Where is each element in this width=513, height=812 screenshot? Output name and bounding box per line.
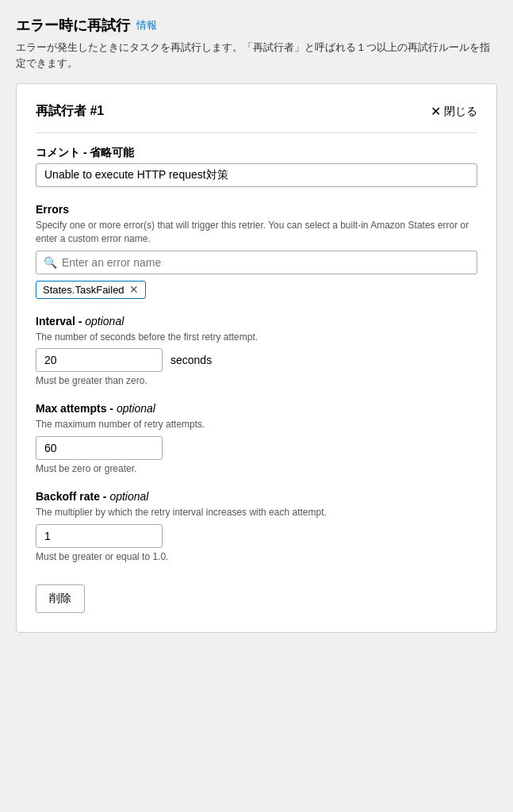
backoff-rate-description: The multiplier by which the retry interv… — [36, 506, 477, 519]
comment-section: コメント - 省略可能 — [36, 146, 477, 187]
max-attempts-input[interactable] — [36, 436, 163, 460]
comment-label: コメント - 省略可能 — [36, 146, 477, 160]
error-tag: States.TaskFailed ✕ — [36, 281, 146, 299]
backoff-rate-section: Backoff rate - optional The multiplier b… — [36, 490, 477, 562]
delete-button[interactable]: 削除 — [36, 584, 85, 613]
max-attempts-section: Max attempts - optional The maximum numb… — [36, 402, 477, 474]
backoff-rate-optional: optional — [109, 490, 148, 503]
max-attempts-label: Max attempts - optional — [36, 402, 477, 415]
backoff-rate-input[interactable] — [36, 524, 163, 548]
errors-search-wrapper: 🔍 — [36, 251, 477, 274]
backoff-rate-label: Backoff rate - optional — [36, 490, 477, 503]
close-label: 閉じる — [444, 105, 477, 119]
interval-input-row: seconds — [36, 348, 477, 372]
errors-search-input[interactable] — [36, 251, 477, 274]
comment-input[interactable] — [36, 163, 477, 187]
interval-section: Interval - optional The number of second… — [36, 315, 477, 387]
retrier-title: 再試行者 #1 — [36, 103, 104, 120]
close-icon: ✕ — [431, 104, 441, 119]
retrier-header: 再試行者 #1 ✕ 閉じる — [36, 103, 477, 133]
error-tag-remove-button[interactable]: ✕ — [129, 284, 139, 295]
interval-description: The number of seconds before the first r… — [36, 331, 477, 344]
max-attempts-hint: Must be zero or greater. — [36, 463, 477, 474]
interval-hint: Must be greater than zero. — [36, 375, 477, 386]
interval-unit-label: seconds — [170, 354, 212, 366]
error-tag-label: States.TaskFailed — [43, 284, 124, 296]
search-icon: 🔍 — [44, 256, 57, 269]
close-button[interactable]: ✕ 閉じる — [431, 104, 477, 119]
max-attempts-description: The maximum number of retry attempts. — [36, 418, 477, 431]
error-tags-row: States.TaskFailed ✕ — [36, 281, 477, 299]
max-attempts-optional: optional — [117, 402, 155, 415]
retrier-card: 再試行者 #1 ✕ 閉じる コメント - 省略可能 Errors Specify… — [16, 83, 497, 633]
interval-label: Interval - optional — [36, 315, 477, 327]
page-description: エラーが発生したときにタスクを再試行します。「再試行者」と呼ばれる１つ以上の再試… — [16, 40, 497, 71]
interval-input[interactable] — [36, 348, 163, 372]
backoff-rate-hint: Must be greater or equal to 1.0. — [36, 551, 477, 562]
info-link[interactable]: 情報 — [136, 18, 157, 33]
errors-section: Errors Specify one or more error(s) that… — [36, 203, 477, 299]
page-title: エラー時に再試行 — [16, 16, 130, 35]
errors-label: Errors — [36, 203, 477, 216]
errors-description: Specify one or more error(s) that will t… — [36, 219, 477, 246]
page-header: エラー時に再試行 情報 エラーが発生したときにタスクを再試行します。「再試行者」… — [16, 16, 497, 71]
interval-optional: optional — [85, 315, 124, 327]
